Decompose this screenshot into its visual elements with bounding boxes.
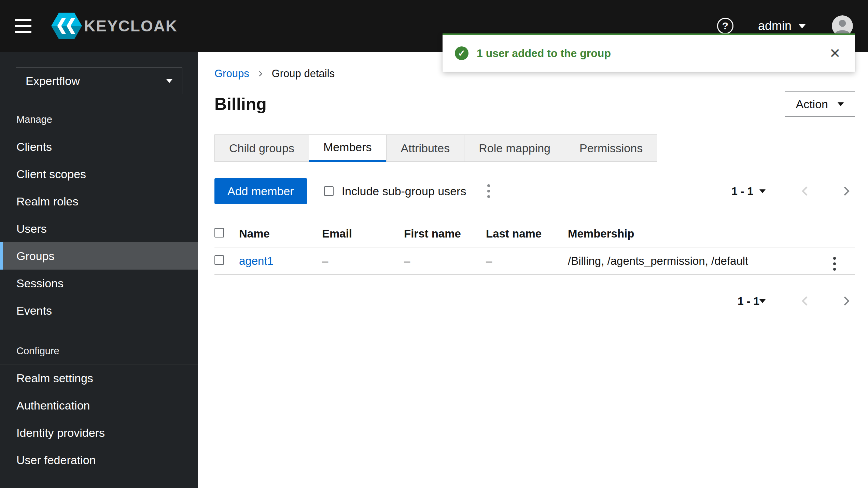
pagination-top: 1 - 1 [731,185,855,198]
cell-membership: /Billing, /agents_permission, /default [568,247,831,275]
main-content: Groups Group details Billing Action Chil… [198,52,868,488]
tab-permissions[interactable]: Permissions [565,134,657,162]
row-checkbox[interactable] [214,255,224,265]
tab-child-groups[interactable]: Child groups [214,134,309,162]
table-row: agent1 – – – /Billing, /agents_permissio… [214,247,855,275]
sidebar-item-realm-roles[interactable]: Realm roles [0,188,198,215]
sidebar-item-sessions[interactable]: Sessions [0,270,198,297]
next-page-icon[interactable] [840,185,853,198]
column-first-name: First name [404,220,486,247]
select-all-checkbox[interactable] [214,228,224,238]
prev-page-icon[interactable] [798,295,811,307]
breadcrumb-current: Group details [272,68,335,80]
cell-email: – [322,247,404,275]
toolbar-kebab-icon[interactable] [485,182,492,200]
toast-success: ✓ 1 user added to the group ✕ [443,33,855,72]
include-subgroups-checkbox[interactable] [324,186,334,196]
tab-members[interactable]: Members [309,134,387,162]
table-header-row: Name Email First name Last name Membersh… [214,220,855,247]
prev-page-icon[interactable] [798,185,811,198]
question-glyph: ? [722,20,728,32]
chevron-down-icon[interactable] [759,189,766,193]
column-last-name: Last name [486,220,568,247]
realm-selector[interactable]: Expertflow [16,68,182,94]
include-subgroups-label: Include sub-group users [342,185,466,198]
nav-section-manage: Manage Clients Client scopes Realm roles… [0,114,198,324]
column-name: Name [239,220,322,247]
tab-role-mapping[interactable]: Role mapping [464,134,565,162]
success-check-icon: ✓ [455,46,468,60]
keycloak-logo: KEYCLOAK [51,13,178,39]
cell-first-name: – [404,247,486,275]
help-icon[interactable]: ? [717,18,733,34]
toast-message: 1 user added to the group [477,47,611,60]
members-table: Name Email First name Last name Membersh… [214,220,855,275]
next-page-icon[interactable] [840,295,853,307]
username-label: admin [758,19,792,33]
column-email: Email [322,220,404,247]
sidebar-item-groups[interactable]: Groups [0,242,198,270]
chevron-down-icon[interactable] [759,299,766,303]
column-membership: Membership [568,220,831,247]
brand-wordmark: KEYCLOAK [84,17,178,35]
chevron-down-icon [166,79,172,83]
section-title-configure: Configure [0,345,198,364]
add-member-button[interactable]: Add member [214,178,307,204]
sidebar-item-users[interactable]: Users [0,215,198,242]
toast-close-icon[interactable]: ✕ [827,46,843,60]
row-kebab-icon[interactable] [831,255,838,273]
page-title: Billing [214,94,267,114]
nav-section-configure: Configure Realm settings Authentication … [0,345,198,474]
members-toolbar: Add member Include sub-group users 1 - 1 [214,178,855,204]
sidebar-item-client-scopes[interactable]: Client scopes [0,160,198,188]
sidebar-item-realm-settings[interactable]: Realm settings [0,364,198,392]
section-title-manage: Manage [0,114,198,133]
tab-attributes[interactable]: Attributes [386,134,465,162]
chevron-down-icon [838,102,844,106]
user-dropdown[interactable]: admin [758,19,806,33]
breadcrumb-groups-link[interactable]: Groups [214,68,249,80]
pagination-range[interactable]: 1 - 1 [738,295,759,307]
tabs: Child groups Members Attributes Role map… [214,134,855,162]
sidebar: Expertflow Manage Clients Client scopes … [0,52,198,488]
pagination-bottom: 1 - 1 [214,295,855,307]
sidebar-item-authentication[interactable]: Authentication [0,392,198,419]
chevron-down-icon [798,24,806,28]
sidebar-item-identity-providers[interactable]: Identity providers [0,419,198,446]
sidebar-item-user-federation[interactable]: User federation [0,446,198,474]
member-name-link[interactable]: agent1 [239,255,274,267]
action-dropdown[interactable]: Action [785,91,855,117]
sidebar-item-clients[interactable]: Clients [0,133,198,160]
breadcrumb-separator-icon [257,70,264,77]
cell-last-name: – [486,247,568,275]
sidebar-item-events[interactable]: Events [0,297,198,324]
realm-name: Expertflow [26,74,80,88]
keycloak-logo-icon [51,13,82,39]
page-header: Billing Action [214,91,855,117]
include-subgroups-toggle[interactable]: Include sub-group users [324,185,466,198]
nav-toggle-icon[interactable] [15,19,31,33]
pagination-range[interactable]: 1 - 1 [731,185,753,198]
